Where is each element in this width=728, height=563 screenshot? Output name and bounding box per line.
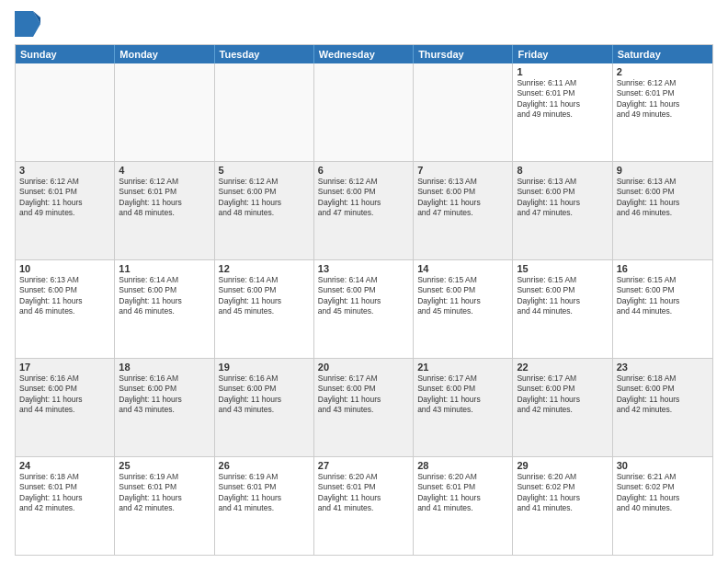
cell-info: Sunrise: 6:15 AMSunset: 6:00 PMDaylight:… [617,275,709,317]
day-number: 23 [617,362,709,373]
weekday-header: Wednesday [314,45,414,63]
day-number: 26 [219,460,310,471]
day-number: 11 [119,263,210,274]
day-number: 19 [219,362,310,373]
day-cell: 10Sunrise: 6:13 AMSunset: 6:00 PMDayligh… [16,260,115,358]
header [15,11,713,37]
cell-info: Sunrise: 6:20 AMSunset: 6:01 PMDaylight:… [318,472,409,514]
cell-info: Sunrise: 6:13 AMSunset: 6:00 PMDaylight:… [19,275,110,317]
calendar-row: 24Sunrise: 6:18 AMSunset: 6:01 PMDayligh… [16,457,712,555]
day-number: 2 [617,66,709,77]
day-number: 27 [318,460,409,471]
calendar-row: 3Sunrise: 6:12 AMSunset: 6:01 PMDaylight… [16,162,712,260]
day-number: 17 [19,362,110,373]
cell-info: Sunrise: 6:12 AMSunset: 6:00 PMDaylight:… [219,177,310,219]
day-number: 30 [617,460,709,471]
weekday-header: Saturday [613,45,712,63]
day-cell: 29Sunrise: 6:20 AMSunset: 6:02 PMDayligh… [513,457,612,555]
day-cell: 7Sunrise: 6:13 AMSunset: 6:00 PMDaylight… [414,162,513,259]
day-cell: 27Sunrise: 6:20 AMSunset: 6:01 PMDayligh… [314,457,414,555]
calendar-header: SundayMondayTuesdayWednesdayThursdayFrid… [16,45,712,63]
calendar: SundayMondayTuesdayWednesdayThursdayFrid… [15,44,713,556]
cell-info: Sunrise: 6:18 AMSunset: 6:00 PMDaylight:… [617,373,709,416]
empty-cell [16,63,115,161]
day-cell: 24Sunrise: 6:18 AMSunset: 6:01 PMDayligh… [16,457,115,555]
weekday-header: Sunday [16,45,115,63]
empty-cell [215,63,314,161]
day-number: 20 [318,362,409,373]
cell-info: Sunrise: 6:14 AMSunset: 6:00 PMDaylight:… [119,275,210,317]
day-cell: 18Sunrise: 6:16 AMSunset: 6:00 PMDayligh… [115,359,214,456]
day-number: 21 [417,362,508,373]
day-cell: 15Sunrise: 6:15 AMSunset: 6:00 PMDayligh… [513,260,612,358]
day-number: 5 [219,165,310,176]
day-cell: 11Sunrise: 6:14 AMSunset: 6:00 PMDayligh… [115,260,214,358]
calendar-row: 17Sunrise: 6:16 AMSunset: 6:00 PMDayligh… [16,359,712,457]
day-number: 15 [517,263,608,274]
day-number: 13 [318,263,409,274]
day-number: 14 [417,263,508,274]
cell-info: Sunrise: 6:21 AMSunset: 6:02 PMDaylight:… [617,472,709,514]
weekday-header: Monday [115,45,214,63]
day-cell: 14Sunrise: 6:15 AMSunset: 6:00 PMDayligh… [414,260,513,358]
cell-info: Sunrise: 6:16 AMSunset: 6:00 PMDaylight:… [119,373,210,416]
day-number: 28 [417,460,508,471]
day-cell: 21Sunrise: 6:17 AMSunset: 6:00 PMDayligh… [414,359,513,456]
cell-info: Sunrise: 6:12 AMSunset: 6:01 PMDaylight:… [19,177,110,219]
day-cell: 13Sunrise: 6:14 AMSunset: 6:00 PMDayligh… [314,260,414,358]
day-number: 10 [19,263,110,274]
cell-info: Sunrise: 6:20 AMSunset: 6:01 PMDaylight:… [417,472,508,514]
day-number: 25 [119,460,210,471]
weekday-header: Tuesday [215,45,314,63]
day-number: 12 [219,263,310,274]
day-cell: 9Sunrise: 6:13 AMSunset: 6:00 PMDaylight… [613,162,712,259]
cell-info: Sunrise: 6:13 AMSunset: 6:00 PMDaylight:… [617,177,709,219]
day-number: 3 [19,165,110,176]
cell-info: Sunrise: 6:17 AMSunset: 6:00 PMDaylight:… [318,373,409,416]
day-cell: 28Sunrise: 6:20 AMSunset: 6:01 PMDayligh… [414,457,513,555]
calendar-row: 1Sunrise: 6:11 AMSunset: 6:01 PMDaylight… [16,63,712,162]
day-number: 29 [517,460,608,471]
day-number: 1 [517,66,608,77]
day-cell: 1Sunrise: 6:11 AMSunset: 6:01 PMDaylight… [513,63,612,161]
cell-info: Sunrise: 6:13 AMSunset: 6:00 PMDaylight:… [417,177,508,219]
day-cell: 30Sunrise: 6:21 AMSunset: 6:02 PMDayligh… [613,457,712,555]
day-cell: 20Sunrise: 6:17 AMSunset: 6:00 PMDayligh… [314,359,414,456]
cell-info: Sunrise: 6:16 AMSunset: 6:00 PMDaylight:… [219,373,310,416]
cell-info: Sunrise: 6:17 AMSunset: 6:00 PMDaylight:… [517,373,608,416]
cell-info: Sunrise: 6:12 AMSunset: 6:01 PMDaylight:… [617,78,709,121]
cell-info: Sunrise: 6:19 AMSunset: 6:01 PMDaylight:… [219,472,310,514]
day-number: 24 [19,460,110,471]
cell-info: Sunrise: 6:13 AMSunset: 6:00 PMDaylight:… [517,177,608,219]
day-number: 8 [517,165,608,176]
day-number: 6 [318,165,409,176]
day-number: 9 [617,165,709,176]
weekday-header: Friday [513,45,612,63]
calendar-row: 10Sunrise: 6:13 AMSunset: 6:00 PMDayligh… [16,260,712,359]
day-cell: 17Sunrise: 6:16 AMSunset: 6:00 PMDayligh… [16,359,115,456]
cell-info: Sunrise: 6:14 AMSunset: 6:00 PMDaylight:… [219,275,310,317]
day-cell: 26Sunrise: 6:19 AMSunset: 6:01 PMDayligh… [215,457,314,555]
day-cell: 16Sunrise: 6:15 AMSunset: 6:00 PMDayligh… [613,260,712,358]
day-number: 16 [617,263,709,274]
cell-info: Sunrise: 6:12 AMSunset: 6:00 PMDaylight:… [318,177,409,219]
logo-icon [15,11,40,37]
day-cell: 12Sunrise: 6:14 AMSunset: 6:00 PMDayligh… [215,260,314,358]
cell-info: Sunrise: 6:12 AMSunset: 6:01 PMDaylight:… [119,177,210,219]
day-cell: 5Sunrise: 6:12 AMSunset: 6:00 PMDaylight… [215,162,314,259]
empty-cell [314,63,414,161]
day-cell: 23Sunrise: 6:18 AMSunset: 6:00 PMDayligh… [613,359,712,456]
day-number: 22 [517,362,608,373]
empty-cell [115,63,214,161]
cell-info: Sunrise: 6:11 AMSunset: 6:01 PMDaylight:… [517,78,608,121]
day-number: 4 [119,165,210,176]
cell-info: Sunrise: 6:14 AMSunset: 6:00 PMDaylight:… [318,275,409,317]
logo [15,11,42,37]
day-cell: 2Sunrise: 6:12 AMSunset: 6:01 PMDaylight… [613,63,712,161]
cell-info: Sunrise: 6:19 AMSunset: 6:01 PMDaylight:… [119,472,210,514]
weekday-header: Thursday [414,45,513,63]
cell-info: Sunrise: 6:18 AMSunset: 6:01 PMDaylight:… [19,472,110,514]
calendar-body: 1Sunrise: 6:11 AMSunset: 6:01 PMDaylight… [16,63,712,555]
page: SundayMondayTuesdayWednesdayThursdayFrid… [0,0,728,563]
day-cell: 4Sunrise: 6:12 AMSunset: 6:01 PMDaylight… [115,162,214,259]
